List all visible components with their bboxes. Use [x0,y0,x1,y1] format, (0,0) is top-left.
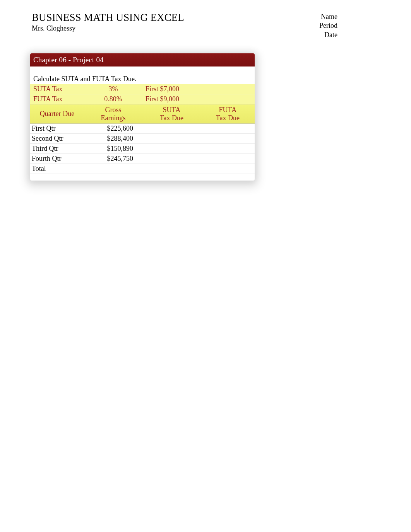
suta-tax-row: SUTA Tax 3% First $7,000 [30,84,255,94]
col-futa-tax-due: FUTATax Due [201,104,255,124]
futa-first: First $9,000 [142,94,201,104]
cell-quarter: Second Qtr [30,134,84,144]
instruction-row: Calculate SUTA and FUTA Tax Due. [30,74,255,84]
futa-tax-row: FUTA Tax 0.80% First $9,000 [30,94,255,104]
futa-label: FUTA Tax [30,94,84,104]
project-panel: Chapter 06 - Project 04 Calculate SUTA a… [30,53,255,181]
cell-quarter: First Qtr [30,124,84,134]
suta-rate: 3% [84,84,142,94]
total-row: Total [30,164,255,174]
cell-futa [201,154,255,164]
cell-total-label: Total [30,164,84,174]
document-meta: Name Period Date [319,12,337,39]
table-row: Third Qtr $150,890 [30,144,255,154]
cell-gross: $245,750 [84,154,142,164]
cell-suta [142,144,201,154]
table-row: First Qtr $225,600 [30,124,255,134]
panel-title: Chapter 06 - Project 04 [30,53,255,66]
cell-total-suta [142,164,201,174]
cell-quarter: Third Qtr [30,144,84,154]
tax-table: Calculate SUTA and FUTA Tax Due. SUTA Ta… [30,74,255,174]
meta-name: Name [319,12,337,21]
column-header-row: Quarter Due GrossEarnings SUTATax Due FU… [30,104,255,124]
suta-first: First $7,000 [142,84,201,94]
cell-suta [142,134,201,144]
futa-rate: 0.80% [84,94,142,104]
cell-suta [142,154,201,164]
cell-total-futa [201,164,255,174]
suta-label: SUTA Tax [30,84,84,94]
table-row: Second Qtr $288,400 [30,134,255,144]
cell-futa [201,124,255,134]
col-suta-tax-due: SUTATax Due [142,104,201,124]
meta-date: Date [319,31,337,39]
cell-futa [201,134,255,144]
cell-gross: $150,890 [84,144,142,154]
instruction-text: Calculate SUTA and FUTA Tax Due. [30,74,255,84]
col-gross-earnings: GrossEarnings [84,104,142,124]
futa-blank [201,94,255,104]
cell-total-gross [84,164,142,174]
cell-gross: $225,600 [84,124,142,134]
cell-futa [201,144,255,154]
table-row: Fourth Qtr $245,750 [30,154,255,164]
meta-period: Period [319,21,337,30]
cell-quarter: Fourth Qtr [30,154,84,164]
col-quarter-due: Quarter Due [30,104,84,124]
cell-gross: $288,400 [84,134,142,144]
suta-blank [201,84,255,94]
cell-suta [142,124,201,134]
panel-content: Calculate SUTA and FUTA Tax Due. SUTA Ta… [30,66,255,181]
